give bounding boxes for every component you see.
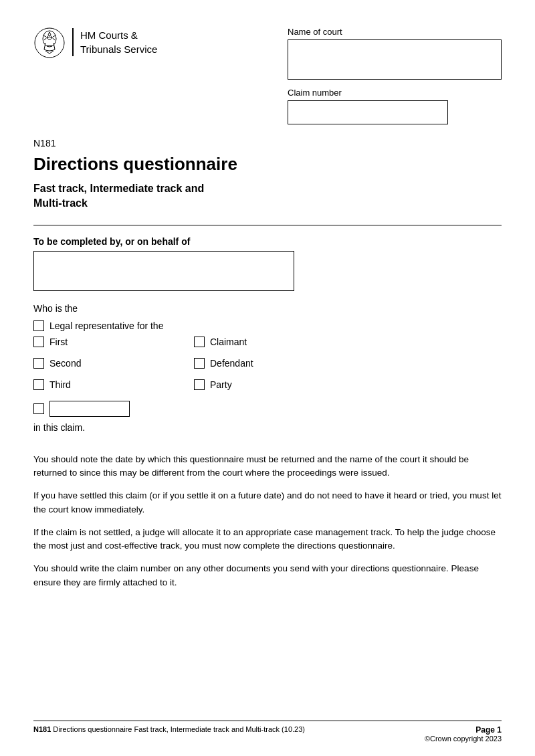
third-row: Third xyxy=(33,379,167,390)
party-type-col: Claimant Defendant Party xyxy=(194,337,328,395)
org-name: HM Courts & Tribunals Service xyxy=(72,28,157,56)
third-checkbox[interactable] xyxy=(33,379,44,390)
fourth-row xyxy=(33,401,502,417)
party-checkbox[interactable] xyxy=(194,379,205,390)
in-this-claim: in this claim. xyxy=(33,422,502,433)
footer-left: N181 Directions questionnaire Fast track… xyxy=(33,725,305,733)
defendant-row: Defendant xyxy=(194,358,328,369)
to-be-completed-label: To be completed by, or on behalf of xyxy=(33,236,502,247)
claimant-label: Claimant xyxy=(210,337,247,347)
form-title: Directions questionnaire xyxy=(33,154,502,175)
form-subtitle: Fast track, Intermediate track andMulti-… xyxy=(33,181,502,211)
page-number: Page 1 xyxy=(425,725,502,735)
party-label: Party xyxy=(210,379,232,390)
who-is-label: Who is the xyxy=(33,303,502,314)
header-section: HM Courts & Tribunals Service Name of co… xyxy=(33,27,502,124)
legal-rep-label: Legal representative for the xyxy=(49,320,163,331)
court-info-area: Name of court Claim number xyxy=(288,27,502,124)
info-para-3: If the claim is not settled, a judge wil… xyxy=(33,526,502,553)
logo-area: HM Courts & Tribunals Service xyxy=(33,27,157,59)
party-order-col: First Second Third xyxy=(33,337,167,395)
first-checkbox[interactable] xyxy=(33,337,44,347)
footer: N181 Directions questionnaire Fast track… xyxy=(33,721,502,743)
coat-of-arms-icon xyxy=(33,27,66,59)
legal-rep-row: Legal representative for the xyxy=(33,320,502,331)
defendant-checkbox[interactable] xyxy=(194,358,205,369)
info-para-1: You should note the date by which this q… xyxy=(33,453,502,480)
footer-right: Page 1 ©Crown copyright 2023 xyxy=(425,725,502,743)
second-row: Second xyxy=(33,358,167,369)
first-label: First xyxy=(49,337,68,347)
first-row: First xyxy=(33,337,167,347)
legal-rep-checkbox[interactable] xyxy=(33,320,44,331)
info-para-4: You should write the claim number on any… xyxy=(33,562,502,589)
claim-number-input[interactable] xyxy=(288,100,448,124)
footer-description: Directions questionnaire Fast track, Int… xyxy=(51,725,305,733)
completed-by-input[interactable] xyxy=(33,251,294,291)
second-label: Second xyxy=(49,358,81,369)
claimant-row: Claimant xyxy=(194,337,328,347)
second-checkbox[interactable] xyxy=(33,358,44,369)
party-grid: First Second Third Claimant Defendant xyxy=(33,337,502,395)
party-row: Party xyxy=(194,379,328,390)
name-of-court-input[interactable] xyxy=(288,39,502,80)
section-divider xyxy=(33,225,502,225)
info-para-2: If you have settled this claim (or if yo… xyxy=(33,489,502,516)
footer-form-number: N181 xyxy=(33,725,51,733)
third-label: Third xyxy=(49,379,71,390)
defendant-label: Defendant xyxy=(210,358,253,369)
svg-point-1 xyxy=(43,31,56,47)
claimant-checkbox[interactable] xyxy=(194,337,205,347)
copyright: ©Crown copyright 2023 xyxy=(425,735,502,743)
page: HM Courts & Tribunals Service Name of co… xyxy=(0,0,535,756)
info-section: You should note the date by which this q… xyxy=(33,453,502,589)
claim-number-label: Claim number xyxy=(288,88,502,98)
form-number: N181 xyxy=(33,138,502,149)
fourth-checkbox[interactable] xyxy=(33,403,44,414)
name-of-court-label: Name of court xyxy=(288,27,502,37)
svg-point-2 xyxy=(47,35,51,39)
fourth-input[interactable] xyxy=(49,401,130,417)
